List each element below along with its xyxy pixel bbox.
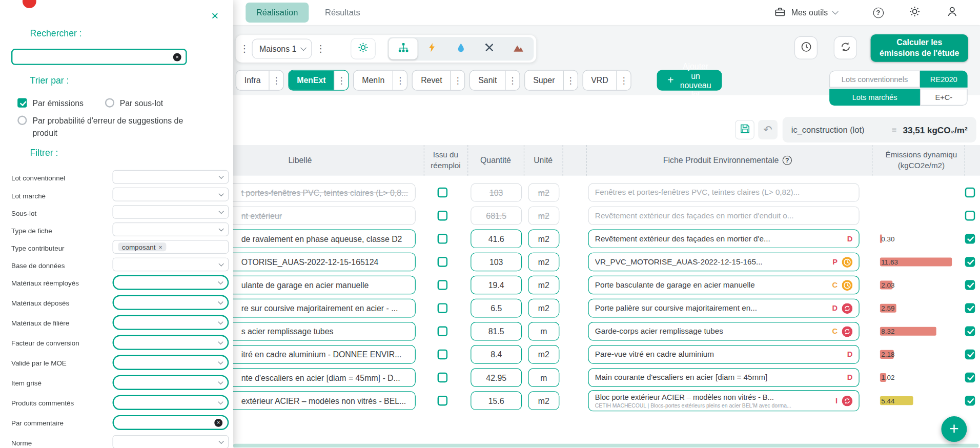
undo-button[interactable]: ↶ — [758, 120, 778, 139]
fpe-refresh-icon[interactable] — [842, 303, 853, 314]
filter-select[interactable] — [112, 335, 229, 350]
tab-water[interactable] — [446, 38, 475, 59]
row-select-checkbox[interactable] — [965, 350, 975, 360]
issu-reemploi-checkbox[interactable] — [438, 303, 448, 313]
unite-input[interactable]: m2 — [528, 391, 559, 410]
lot-tab[interactable]: VRD ⋮ — [582, 70, 631, 91]
quantite-input[interactable]: 681.5 — [471, 206, 522, 225]
filter-select[interactable] — [112, 375, 229, 390]
fpe-input[interactable]: Porte palière sur coursive majoritaireme… — [588, 299, 859, 318]
lot-tab[interactable]: Super ⋮ — [524, 70, 578, 91]
settings-button[interactable] — [908, 6, 922, 19]
issu-reemploi-checkbox[interactable] — [438, 188, 448, 198]
kebab-menu-icon[interactable]: ⋮ — [269, 71, 283, 90]
parameters-gear-button[interactable] — [351, 38, 376, 59]
tab-energy[interactable] — [418, 38, 446, 59]
lot-tab[interactable]: Revet ⋮ — [412, 70, 465, 91]
issu-reemploi-checkbox[interactable] — [438, 211, 448, 221]
help-button[interactable]: ? — [871, 6, 885, 19]
fpe-input[interactable]: Main courante d'escaliers en acier [diam… — [588, 368, 859, 387]
fpe-input[interactable]: Bloc porte extérieur ACIER – modèles non… — [588, 390, 859, 411]
kebab-menu-icon[interactable]: ⋮ — [238, 39, 251, 59]
tab-resultats[interactable]: Résultats — [314, 3, 371, 23]
add-lot-button[interactable]: + Ajouter un nouveau lot — [657, 70, 722, 91]
mes-outils-menu[interactable]: Mes outils — [774, 0, 838, 25]
fpe-input[interactable]: Porte basculante de garage en acier manu… — [588, 276, 859, 295]
account-button[interactable] — [945, 6, 959, 19]
fpe-input[interactable]: VR_PVC_MOTORISE_AUAS-2022-12-15-165... P — [588, 253, 859, 272]
row-select-checkbox[interactable] — [965, 211, 975, 221]
fpe-input[interactable]: Revêtement extérieur des façades en mort… — [588, 206, 859, 225]
row-select-checkbox[interactable] — [965, 327, 975, 337]
fpe-help-icon[interactable]: ? — [783, 156, 792, 165]
unite-input[interactable]: m2 — [528, 206, 559, 225]
clear-icon[interactable]: × — [214, 418, 222, 426]
refresh-button[interactable] — [834, 36, 857, 59]
history-button[interactable] — [794, 36, 818, 59]
quantite-input[interactable]: 8.4 — [471, 345, 522, 364]
quantite-input[interactable]: 6.5 — [471, 299, 522, 318]
quantite-input[interactable]: 81.5 — [471, 322, 522, 341]
unite-input[interactable]: m2 — [528, 276, 559, 295]
filter-select[interactable] — [112, 188, 229, 201]
row-select-checkbox[interactable] — [965, 188, 975, 198]
fpe-refresh-icon[interactable] — [842, 395, 853, 406]
chip-remove-icon[interactable]: × — [158, 243, 162, 250]
kebab-menu-icon[interactable]: ⋮ — [393, 71, 407, 90]
quantite-input[interactable]: 19.4 — [471, 276, 522, 295]
lot-tab[interactable]: MenIn ⋮ — [353, 70, 407, 91]
issu-reemploi-checkbox[interactable] — [438, 350, 448, 360]
filter-select[interactable] — [112, 275, 229, 290]
fpe-refresh-icon[interactable] — [842, 326, 853, 337]
filter-select[interactable] — [112, 222, 229, 236]
calculate-emissions-button[interactable]: Calculer les émissions de l'étude — [871, 34, 968, 62]
kebab-menu-icon[interactable]: ⋮ — [314, 39, 326, 59]
filter-select[interactable] — [112, 355, 229, 370]
quantite-input[interactable]: 103 — [471, 253, 522, 272]
fpe-clock-icon[interactable] — [842, 257, 853, 268]
unite-input[interactable]: m2 — [528, 230, 559, 249]
fpe-input[interactable]: Garde-corps acier remplissage tubes C — [588, 322, 859, 341]
quantite-input[interactable]: 15.6 — [471, 391, 522, 410]
tab-terrain[interactable] — [504, 38, 533, 59]
row-select-checkbox[interactable] — [965, 396, 975, 406]
tab-components[interactable] — [389, 38, 417, 59]
unite-input[interactable]: m2 — [528, 183, 559, 202]
row-select-checkbox[interactable] — [965, 303, 975, 313]
filter-select[interactable] — [112, 295, 229, 310]
unite-input[interactable]: m — [528, 368, 559, 387]
tab-worksite[interactable] — [475, 38, 504, 59]
tab-realisation[interactable]: Réalisation — [246, 3, 309, 23]
row-select-checkbox[interactable] — [965, 257, 975, 267]
add-row-fab[interactable]: + — [941, 416, 967, 442]
kebab-menu-icon[interactable]: ⋮ — [617, 71, 631, 90]
fpe-clock-icon[interactable] — [842, 280, 853, 291]
unite-input[interactable]: m — [528, 322, 559, 341]
filter-select[interactable] — [112, 435, 229, 448]
issu-reemploi-checkbox[interactable] — [438, 280, 448, 290]
kebab-menu-icon[interactable]: ⋮ — [334, 71, 348, 90]
kebab-menu-icon[interactable]: ⋮ — [563, 71, 577, 90]
filter-select[interactable] — [112, 205, 229, 219]
fpe-input[interactable]: Pare-vue vitré en cadre aluminium D — [588, 345, 859, 364]
quantite-input[interactable]: 41.6 — [471, 230, 522, 249]
row-select-checkbox[interactable] — [965, 280, 975, 290]
row-select-checkbox[interactable] — [965, 373, 975, 383]
filter-select[interactable] — [112, 315, 229, 330]
fpe-input[interactable]: Revêtement extérieur des façades en mort… — [588, 230, 859, 249]
kebab-menu-icon[interactable]: ⋮ — [450, 71, 464, 90]
unite-input[interactable]: m2 — [528, 299, 559, 318]
mode-toggle[interactable]: Lots conventionnels — [829, 71, 920, 88]
filter-select[interactable]: × — [112, 415, 229, 430]
mode-toggle[interactable]: Lots marchés — [829, 89, 920, 106]
fpe-input[interactable]: Fenêtres et portes-fenêtres PVC, teintes… — [588, 183, 859, 202]
mode-toggle[interactable]: RE2020 — [920, 71, 968, 88]
lot-tab[interactable]: Sanit ⋮ — [469, 70, 520, 91]
quantite-input[interactable]: 42.95 — [471, 368, 522, 387]
issu-reemploi-checkbox[interactable] — [438, 373, 448, 383]
unite-input[interactable]: m2 — [528, 345, 559, 364]
lot-tab[interactable]: Infra ⋮ — [236, 70, 284, 91]
issu-reemploi-checkbox[interactable] — [438, 234, 448, 244]
issu-reemploi-checkbox[interactable] — [438, 396, 448, 406]
variant-select[interactable]: Maisons 1 — [252, 39, 312, 59]
